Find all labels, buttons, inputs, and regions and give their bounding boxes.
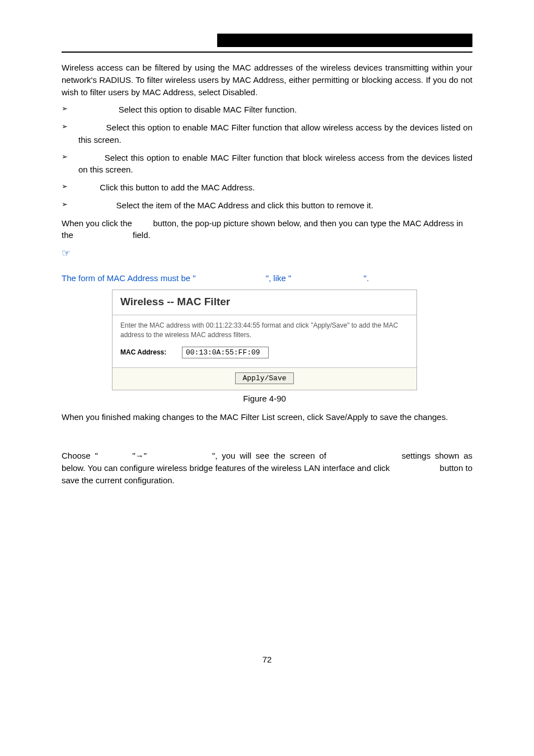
figure-rule <box>113 315 416 315</box>
bullet-text: Select this option to enable MAC Filter … <box>78 153 472 175</box>
apply-save-button[interactable]: Apply/Save <box>235 372 293 384</box>
mac-address-input[interactable] <box>182 347 269 358</box>
chevron-right-icon: ➢ <box>62 104 78 116</box>
bullet-label: Add: <box>78 183 100 192</box>
bullet-disabled: ➢ Disabled: Select this option to disabl… <box>62 104 472 116</box>
figure-box: Wireless -- MAC Filter Enter the MAC add… <box>112 290 417 390</box>
mac-address-label: MAC Address: <box>120 348 182 356</box>
section-heading: 4.5.4 Wireless Bridge <box>62 434 472 444</box>
figure-wrap: Wireless -- MAC Filter Enter the MAC add… <box>112 290 417 403</box>
bullet-label: Deny: <box>78 153 105 162</box>
chevron-right-icon: ➢ <box>62 122 78 146</box>
when-click-paragraph: When you click the Add button, the pop-u… <box>62 217 472 242</box>
note-text: The form of MAC Address must be "xx:xx:x… <box>62 273 472 283</box>
arrow-right-icon: → <box>135 451 144 460</box>
bullet-list: ➢ Disabled: Select this option to disabl… <box>62 104 472 211</box>
bridge-paragraph: Choose "Wireless"→"Wireless Bridge", you… <box>62 450 472 486</box>
intro-paragraph: Wireless access can be filtered by using… <box>62 62 472 98</box>
bullet-text: Select this option to disable MAC Filter… <box>119 105 297 114</box>
header-rule <box>62 52 472 53</box>
page-number: 72 <box>62 655 472 664</box>
chevron-right-icon: ➢ <box>62 199 78 212</box>
bullet-label: Disabled: <box>78 105 119 114</box>
figure-instructions: Enter the MAC address with 00:11:22:33:4… <box>113 321 416 347</box>
bullet-remove: ➢ Remove: Select the item of the MAC Add… <box>62 199 472 212</box>
bullet-deny: ➢ Deny: Select this option to enable MAC… <box>62 152 472 176</box>
bullet-text: Click this button to add the MAC Address… <box>100 183 255 192</box>
chevron-right-icon: ➢ <box>62 152 78 176</box>
chevron-right-icon: ➢ <box>62 181 78 194</box>
bullet-allow: ➢ Allow: Select this option to enable MA… <box>62 122 472 146</box>
figure-title: Wireless -- MAC Filter <box>120 296 409 308</box>
bullet-add: ➢ Add: Click this button to add the MAC … <box>62 181 472 194</box>
bullet-text: Select this option to enable MAC Filter … <box>78 123 472 144</box>
header-black-bar <box>217 34 472 47</box>
bullet-text: Select the item of the MAC Address and c… <box>116 200 373 210</box>
hand-point-icon: ☞ <box>62 247 472 259</box>
note-label: Note: <box>62 260 472 270</box>
bullet-label: Remove: <box>78 200 116 210</box>
bullet-label: Allow: <box>78 123 106 132</box>
after-figure-paragraph: When you finished making changes to the … <box>62 411 472 423</box>
figure-caption: Figure 4-90 <box>112 394 417 403</box>
